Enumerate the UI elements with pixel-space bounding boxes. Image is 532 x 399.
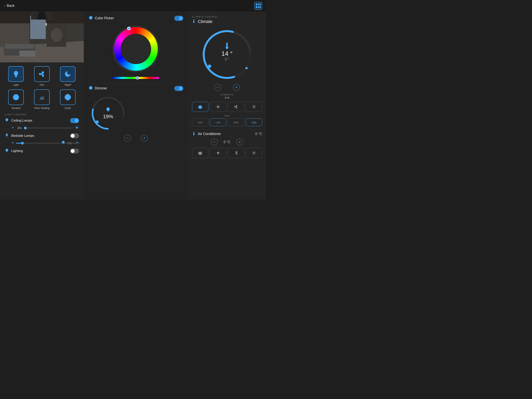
svg-point-33 [76,127,78,129]
bedside-lamps-brightness: 0% [5,140,79,148]
dimmer-minus-button[interactable]: − [124,135,131,142]
back-button[interactable]: ‹ Back [4,4,15,8]
ac-row: Air Conditioner 0 °C [192,131,262,136]
bedside-lamps-row: Bedside Lamps [5,133,79,138]
ceiling-brightness-pct: 0% [16,126,23,129]
dimmer-title: Dimmer [95,86,107,90]
color-slider[interactable] [113,77,159,79]
device-item-sockets[interactable]: Sockets [5,90,27,109]
device-btn-fan[interactable] [34,66,50,82]
ac-plus-button[interactable]: + [236,139,243,146]
left-panel: Light Fan [0,12,84,200]
climate-plus-button[interactable]: + [233,84,240,91]
mode-btn-snowflake[interactable] [246,102,262,112]
dimmer-section: Dimmer 19% − [89,86,183,142]
lighting-row: Lighting [5,148,79,154]
device-btn-light[interactable] [8,66,24,82]
device-item-fan[interactable]: Fan [31,66,53,86]
svg-point-76 [236,106,237,107]
ac-mode-btn-snowflake[interactable] [246,148,262,158]
divider-1 [89,84,183,84]
climate-temperature: 14 ° [222,50,233,57]
color-picker-icon [89,16,93,21]
device-label-light: Light [13,83,19,86]
device-btn-floor-heating[interactable] [34,90,50,105]
color-wheel-handle[interactable] [127,27,131,30]
light-control-section-label: LIGHT CONTROL [0,113,84,118]
mode-btn-fan[interactable] [228,102,244,112]
ac-minus-button[interactable]: − [211,139,218,146]
svg-point-55 [90,17,91,18]
device-item-clock[interactable]: Clock [56,90,79,109]
lighting-toggle[interactable] [70,148,79,154]
ceiling-lamps-brightness: 0% [5,125,79,133]
svg-point-65 [245,67,248,69]
ac-mode-btn-fan[interactable] [228,148,244,158]
dimmer-title-row: Dimmer [89,86,107,91]
climate-section-label: CLIMATE CONTROL [192,16,262,18]
dimmer-controls: − + [89,135,183,142]
ceiling-brightness-track[interactable] [25,128,73,129]
device-item-light[interactable]: Light [5,66,27,86]
mode-btn-power[interactable] [192,102,208,112]
svg-rect-8 [5,44,34,49]
dimmer-header: Dimmer [89,86,183,91]
fan-buttons: Auto Low Med High [192,118,262,126]
bedside-lamps-toggle[interactable] [70,133,79,138]
ceiling-lamps-label: Ceiling Lamps [11,119,68,122]
ac-thermo-icon [192,131,196,136]
fan-btn-high[interactable]: High [246,118,262,126]
climate-minus-button[interactable]: − [214,84,221,91]
right-panel: CLIMATE CONTROL Climate [188,12,266,200]
ac-mode-btn-sun[interactable] [210,148,226,158]
mid-panel: Color Picker Dimmer [84,12,188,200]
fan-btn-med[interactable]: Med [228,118,244,126]
dimmer-toggle[interactable] [174,86,183,91]
dimmer-dial: 19% [89,94,127,133]
bedside-lamps-label: Bedside Lamps [11,134,68,138]
main-layout: Light Fan [0,12,266,200]
device-item-night[interactable]: "Night" [56,66,79,86]
color-wheel-section [89,24,183,79]
color-picker-toggle[interactable] [174,16,183,21]
svg-rect-16 [15,76,17,76]
mode-btn-sun[interactable] [210,102,226,112]
ac-setpoint: 0 °C [223,140,230,144]
bedside-brightness-track[interactable] [16,143,80,144]
device-btn-night[interactable] [60,66,76,82]
ac-mode-buttons [192,148,262,158]
climate-setpoint: 0 ° [222,57,233,61]
humidity-value: 0 % [192,96,262,99]
svg-point-87 [236,153,237,154]
svg-point-11 [51,28,62,42]
light-control: Ceiling Lamps 0% [0,118,84,200]
color-wheel[interactable] [113,26,159,72]
svg-point-60 [96,120,99,123]
lighting-icon [5,148,9,154]
svg-point-67 [217,106,219,108]
ac-controls: − 0 °C + [192,139,262,146]
device-btn-clock[interactable] [60,90,76,105]
ceiling-lamps-row: Ceiling Lamps [5,118,79,123]
fan-btn-low[interactable]: Low [210,118,226,126]
sun-lg-icon [75,125,79,130]
svg-point-64 [208,64,211,68]
color-picker-title-row: Color Picker [89,16,114,21]
device-item-floor-heating[interactable]: Floor Heating [31,90,53,109]
device-label-night: "Night" [64,83,72,86]
color-slider-thumb[interactable] [136,76,139,79]
climate-title: Climate [198,19,212,24]
back-arrow-icon: ‹ [4,4,5,8]
device-btn-sockets[interactable] [8,90,24,105]
ceiling-lamps-toggle[interactable] [70,118,79,123]
svg-line-72 [216,105,217,105]
top-bar: ‹ Back [0,0,266,12]
device-label-clock: Clock [64,107,71,109]
fan-btn-auto[interactable]: Auto [192,118,208,126]
grid-view-button[interactable] [254,2,262,10]
dimmer-plus-button[interactable]: + [141,135,148,142]
svg-point-44 [12,142,13,143]
fan-label: FAN [192,115,262,117]
ac-mode-btn-power[interactable] [192,148,208,158]
sun-sm-icon [11,126,14,130]
